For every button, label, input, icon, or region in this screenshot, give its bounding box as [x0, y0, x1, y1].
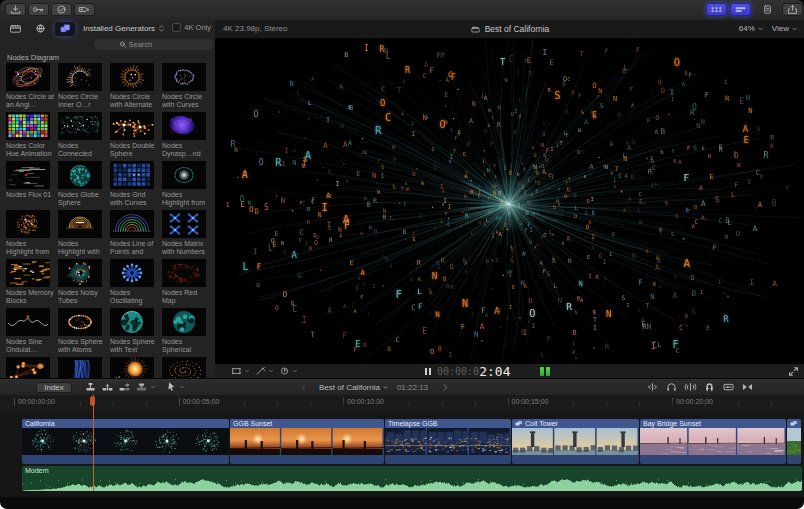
- history-back-icon[interactable]: [300, 383, 307, 392]
- timeline-ruler[interactable]: 00:00:00:0000:00:05:0000:00:10:0000:00:1…: [0, 395, 804, 413]
- generator-thumbnail: [162, 112, 206, 140]
- tab-libraries[interactable]: [5, 22, 25, 36]
- generator-item[interactable]: Nodes Red Map: [162, 259, 210, 305]
- skimming-toggle[interactable]: [646, 381, 659, 393]
- generator-item[interactable]: Nodes Connected Map: [58, 112, 106, 158]
- overwrite-edit-button[interactable]: [135, 381, 148, 393]
- chevron-down-icon: [179, 383, 185, 391]
- generator-item[interactable]: Nodes Globe Sphere: [58, 161, 106, 207]
- generator-item[interactable]: Nodes Circle with Alternate Text: [110, 63, 158, 109]
- audio-skimming-toggle[interactable]: [684, 381, 697, 393]
- generator-thumbnail: [58, 210, 102, 238]
- generator-label: Nodes Double Sphere: [110, 142, 158, 158]
- ruler-label: 00:00:00:00: [18, 398, 55, 405]
- insert-edit-button[interactable]: [101, 381, 114, 393]
- timeline-bar-icon: [734, 4, 747, 15]
- generator-thumbnail: [58, 112, 102, 140]
- ruler-tick: [14, 398, 15, 406]
- toggle-browser-button[interactable]: [706, 3, 727, 16]
- fullscreen-icon[interactable]: [788, 366, 799, 377]
- fit-to-window-button[interactable]: [741, 381, 754, 393]
- audio-meters[interactable]: [540, 367, 552, 376]
- viewer-canvas[interactable]: [215, 38, 804, 363]
- generator-item[interactable]: Nodes Matrix with Numbers: [162, 210, 210, 256]
- timeline-clip[interactable]: Coit Tower: [512, 419, 639, 464]
- timeline-clip[interactable]: [787, 419, 801, 464]
- tab-photos-audio[interactable]: [30, 22, 50, 36]
- generator-item[interactable]: Nodes Grid with Curves: [110, 161, 158, 207]
- share-button[interactable]: [782, 3, 803, 16]
- tag-icon: [78, 4, 91, 15]
- search-input[interactable]: [129, 40, 189, 49]
- viewer-pane: 4K 23.98p, Stereo Best of California 64%…: [215, 20, 804, 378]
- append-edit-button[interactable]: [118, 381, 131, 393]
- tags-button[interactable]: [74, 3, 95, 16]
- snapping-toggle[interactable]: [703, 381, 716, 393]
- check-circle-icon: [55, 4, 68, 15]
- window-bottom-edge: [0, 497, 804, 509]
- audio-clip[interactable]: Modern: [22, 466, 802, 491]
- background-tasks-button[interactable]: [51, 3, 72, 16]
- generator-item[interactable]: Nodes Circle with Curves: [162, 63, 210, 109]
- keyword-editor-button[interactable]: [28, 3, 49, 16]
- generator-item[interactable]: Nodes Highlight from Sphere: [6, 210, 54, 256]
- toggle-inspector-button[interactable]: [757, 3, 778, 16]
- generator-item[interactable]: Nodes Line of Points and Curves: [110, 210, 158, 256]
- timeline-clip[interactable]: GGB Sunset: [230, 419, 384, 464]
- playhead-handle[interactable]: [90, 396, 95, 406]
- generator-item[interactable]: Nodes Double Sphere: [110, 112, 158, 158]
- solo-toggle[interactable]: [665, 381, 678, 393]
- generator-item[interactable]: Nodes Noisy Tubes: [58, 259, 106, 305]
- ruler-minor-tick: [409, 401, 410, 406]
- index-button[interactable]: Index: [36, 382, 72, 393]
- clapperboard-small-icon: [470, 25, 481, 33]
- pause-icon[interactable]: [425, 368, 433, 375]
- history-forward-icon[interactable]: [442, 383, 449, 392]
- timeline-clip[interactable]: California: [22, 419, 229, 464]
- generator-category-dropdown[interactable]: Installed Generators: [83, 24, 165, 33]
- timeline-clip[interactable]: Bay Bridge Sunset: [640, 419, 786, 464]
- chevron-updown-icon: [158, 24, 165, 33]
- timeline-navigation: Best of California 01:22:13: [300, 379, 449, 396]
- zoom-level-dropdown[interactable]: 64%: [739, 24, 755, 33]
- generator-item[interactable]: Nodes Memory Blocks: [6, 259, 54, 305]
- view-dropdown[interactable]: View: [772, 24, 789, 33]
- generator-thumbnail: [58, 308, 102, 336]
- timeline-project-dropdown[interactable]: Best of California: [319, 383, 380, 392]
- generator-item[interactable]: Nodes Circle at an Angl…Curves: [6, 63, 54, 109]
- generator-item[interactable]: Nodes Color Hue Animation: [6, 112, 54, 158]
- generator-grid: Nodes Circle at an Angl…CurvesNodes Circ…: [4, 63, 212, 406]
- generator-item[interactable]: Nodes Oscillating Diagram: [110, 259, 158, 305]
- playhead[interactable]: [93, 395, 94, 491]
- clip-title-bar: Bay Bridge Sunset: [640, 419, 786, 428]
- ruler-minor-tick: [310, 401, 311, 406]
- clip-appearance-button[interactable]: [722, 381, 735, 393]
- generator-item[interactable]: Nodes Highlight from Circle: [162, 161, 210, 207]
- generator-item[interactable]: Nodes Sphere with Atoms: [58, 308, 106, 354]
- retime-popup[interactable]: [279, 366, 298, 376]
- filter-4k-only-checkbox[interactable]: 4K Only: [172, 23, 211, 32]
- search-field[interactable]: [94, 39, 213, 50]
- toggle-timeline-button[interactable]: [730, 3, 751, 16]
- timeline-clip[interactable]: Timelapse GGB: [385, 419, 511, 464]
- viewer-header-right: 64% View: [739, 24, 798, 33]
- generator-item[interactable]: Nodes Highlight with Curves: [58, 210, 106, 256]
- generator-item[interactable]: Nodes Flux 01: [6, 161, 54, 207]
- transform-popup[interactable]: [231, 366, 250, 376]
- generator-item[interactable]: Nodes Sine Ondulat…angents: [6, 308, 54, 354]
- ruler-label: 00:00:10:00: [347, 398, 384, 405]
- generator-item[interactable]: Nodes Circle Inner O…r Radius: [58, 63, 106, 109]
- timecode-current: 2:04: [479, 364, 510, 379]
- generator-thumbnail: [6, 63, 50, 91]
- generator-thumbnail: [6, 161, 50, 189]
- generator-item[interactable]: Nodes Dynasp…nd Text: [162, 112, 210, 158]
- generator-label: Nodes Circle with Curves: [162, 93, 210, 109]
- tab-titles-generators[interactable]: [55, 22, 75, 36]
- ruler-label: 00:00:20:00: [676, 398, 713, 405]
- import-media-button[interactable]: [5, 3, 26, 16]
- generator-item[interactable]: Nodes Sphere with Text: [110, 308, 158, 354]
- connect-edit-button[interactable]: [84, 381, 97, 393]
- enhancements-popup[interactable]: [255, 366, 274, 376]
- tool-palette-dropdown[interactable]: [166, 381, 185, 393]
- generator-item[interactable]: Nodes Spherical Motion…Letters: [162, 308, 210, 354]
